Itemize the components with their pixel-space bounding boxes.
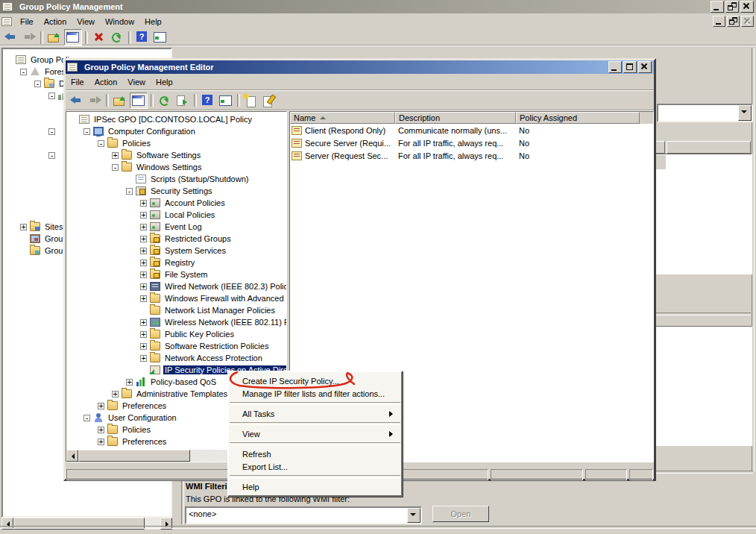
expander-icon[interactable]: + (140, 331, 147, 338)
minimize-button[interactable] (608, 61, 622, 73)
tree-item-network-list-manager-policies[interactable]: Network List Manager Policies (66, 304, 286, 316)
export-list-icon[interactable] (174, 93, 191, 108)
context-menu-item-all-tasks[interactable]: All Tasks (229, 407, 401, 420)
context-menu-item-view[interactable]: View (229, 427, 401, 440)
tree-item-software-settings[interactable]: +Software Settings (66, 149, 286, 161)
delete-icon[interactable] (91, 30, 107, 45)
menu-action[interactable]: Action (39, 16, 72, 28)
menu-file[interactable]: File (66, 76, 89, 88)
expander-icon[interactable]: - (98, 140, 104, 147)
expander-icon[interactable]: + (140, 260, 147, 266)
column-header-name[interactable]: Name (290, 112, 395, 124)
context-menu-item-manage-ip-filter-lists-and-filter-actions[interactable]: Manage IP filter lists and filter action… (229, 387, 401, 400)
back-icon[interactable] (69, 93, 85, 108)
show-window-icon[interactable] (218, 93, 234, 108)
close-button[interactable] (638, 61, 652, 73)
show-window-icon[interactable] (152, 30, 168, 45)
tree-item-ipsec-gpo-dc-contoso-local-policy[interactable]: IPSec GPO [DC.CONTOSO.LOCAL] Policy (66, 113, 286, 125)
dropdown-arrow-icon[interactable] (407, 508, 420, 523)
tree-item-windows-firewall-with-advanced-sec[interactable]: +Windows Firewall with Advanced Sec (66, 292, 286, 304)
tree-item-system-services[interactable]: +System Services (66, 245, 286, 257)
tree-item-public-key-policies[interactable]: +Public Key Policies (66, 328, 286, 340)
expander-icon[interactable]: + (140, 343, 147, 350)
forward-icon[interactable] (86, 93, 103, 108)
scroll-left-icon[interactable] (66, 450, 78, 462)
mdi-restore-button[interactable] (727, 16, 740, 27)
expander-icon[interactable]: + (140, 271, 147, 278)
background-combo[interactable] (657, 104, 753, 122)
expander-icon[interactable]: - (34, 81, 41, 87)
expander-icon[interactable]: + (140, 236, 147, 242)
tree-item-wired-network-ieee-802-3-policies[interactable]: +Wired Network (IEEE 802.3) Policies (66, 280, 286, 292)
mdi-minimize-button[interactable] (713, 16, 725, 27)
tree-item-software-restriction-policies[interactable]: +Software Restriction Policies (66, 340, 286, 352)
tree-item-scripts-startup-shutdown[interactable]: Scripts (Startup/Shutdown) (66, 173, 286, 185)
tree-item-local-policies[interactable]: +Local Policies (66, 209, 286, 221)
editor-titlebar[interactable]: Group Policy Management Editor (66, 60, 654, 74)
help-icon[interactable] (200, 93, 216, 108)
tree-item-security-settings[interactable]: -Security Settings (66, 185, 286, 197)
help-icon[interactable] (134, 30, 151, 45)
expander-icon[interactable]: + (140, 283, 147, 290)
policy-row[interactable]: Secure Server (Requi...For all IP traffi… (290, 136, 653, 149)
console-tree-icon[interactable] (64, 29, 82, 45)
expander-icon[interactable]: - (20, 69, 27, 75)
expander-icon[interactable]: + (140, 295, 147, 302)
context-menu-item-create-ip-security-policy[interactable]: Create IP Security Policy... (229, 374, 401, 387)
menu-file[interactable]: File (15, 16, 39, 28)
context-menu-item-export-list[interactable]: Export List... (229, 460, 401, 473)
expander-icon[interactable]: - (48, 92, 55, 99)
tree-item-windows-settings[interactable]: -Windows Settings (66, 161, 286, 173)
expander-icon[interactable]: - (84, 415, 90, 421)
expander-icon[interactable]: - (126, 188, 133, 195)
expander-icon[interactable]: + (112, 391, 119, 398)
tree-item-account-policies[interactable]: +Account Policies (66, 197, 286, 209)
up-folder-icon[interactable] (46, 30, 63, 45)
policy-row[interactable]: Server (Request Sec...For all IP traffic… (290, 149, 653, 162)
tree-item-file-system[interactable]: +File System (66, 268, 286, 280)
expander-icon[interactable]: - (48, 128, 55, 135)
refresh-icon[interactable] (157, 93, 173, 108)
expander-icon[interactable]: + (140, 319, 147, 326)
maximize-button[interactable] (623, 61, 637, 73)
tree-item-registry[interactable]: +Registry (66, 257, 286, 268)
console-tree-icon[interactable] (130, 92, 148, 109)
refresh-icon[interactable] (109, 30, 125, 45)
wmi-filter-combo[interactable]: <none> (185, 506, 422, 524)
menu-help[interactable]: Help (139, 16, 167, 28)
expander-icon[interactable]: - (84, 128, 90, 135)
minimize-button[interactable] (711, 1, 724, 13)
expander-icon[interactable]: + (140, 248, 147, 254)
tree-item-computer-configuration[interactable]: -Computer Configuration (66, 125, 286, 137)
main-window-titlebar[interactable]: Group Policy Management (0, 0, 756, 13)
expander-icon[interactable]: - (48, 152, 55, 159)
forward-icon[interactable] (21, 30, 37, 45)
scrollbar-thumb[interactable] (78, 450, 190, 462)
menu-view[interactable]: View (72, 16, 100, 28)
close-button[interactable] (740, 1, 754, 13)
expander-icon[interactable]: + (126, 379, 133, 386)
tree-item-wireless-network-ieee-802-11-polic[interactable]: +Wireless Network (IEEE 802.11) Polic (66, 316, 286, 328)
expander-icon[interactable]: + (140, 212, 147, 219)
expander-icon[interactable]: + (98, 439, 104, 445)
dropdown-arrow-icon[interactable] (738, 105, 752, 121)
back-icon[interactable] (3, 30, 19, 45)
expander-icon[interactable]: + (140, 200, 147, 207)
expander-icon[interactable]: - (112, 164, 119, 171)
expander-icon[interactable]: + (98, 427, 104, 433)
column-header-policy-assigned[interactable]: Policy Assigned (516, 112, 640, 124)
expander-icon[interactable]: + (20, 224, 27, 230)
expander-icon[interactable]: + (98, 403, 104, 409)
tree-item-network-access-protection[interactable]: +Network Access Protection (66, 352, 286, 364)
new-policy-icon[interactable] (243, 93, 259, 108)
tree-item-restricted-groups[interactable]: +Restricted Groups (66, 233, 286, 245)
menu-window[interactable]: Window (100, 16, 139, 28)
expander-icon[interactable]: + (140, 355, 147, 362)
tree-item-policies[interactable]: -Policies (66, 137, 286, 149)
expander-icon[interactable]: + (140, 224, 147, 230)
menu-help[interactable]: Help (151, 76, 178, 88)
menu-view[interactable]: View (122, 76, 151, 88)
policy-row[interactable]: Client (Respond Only)Communicate normall… (290, 124, 653, 136)
restore-button[interactable] (725, 1, 739, 13)
context-menu-item-help[interactable]: Help (229, 480, 401, 493)
